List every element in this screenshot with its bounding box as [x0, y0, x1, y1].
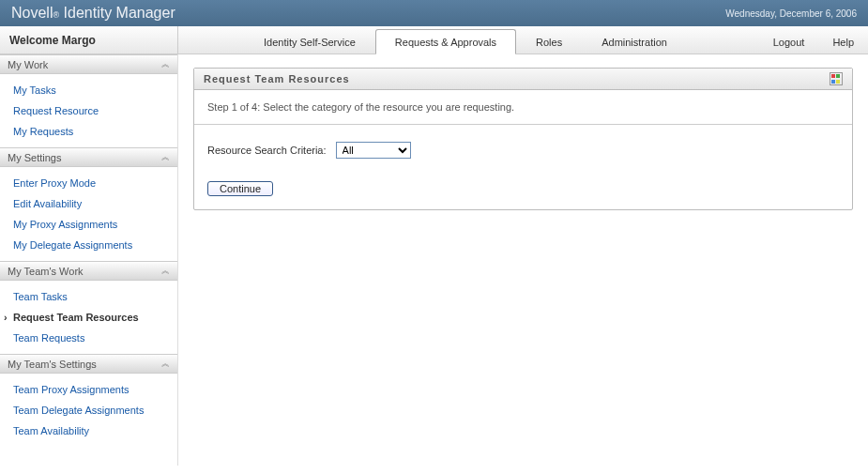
registered-mark: ® — [53, 10, 59, 20]
criteria-label: Resource Search Criteria: — [207, 145, 327, 156]
tab-help[interactable]: Help — [818, 29, 868, 54]
collapse-icon: ︽ — [161, 265, 170, 277]
sidebar-item-my-tasks[interactable]: My Tasks — [0, 80, 177, 100]
sidebar-item-request-team-resources[interactable]: Request Team Resources — [0, 307, 177, 328]
main-area: My Work ︽ My Tasks Request Resource My R… — [0, 54, 868, 466]
sidebar-item-team-delegate-assignments[interactable]: Team Delegate Assignments — [0, 400, 177, 420]
request-panel: Request Team Resources Step 1 of 4: Sele… — [193, 68, 853, 210]
sidebar-item-my-requests[interactable]: My Requests — [0, 121, 177, 142]
collapse-icon: ︽ — [161, 151, 170, 163]
tabs-right-group: Logout Help — [759, 29, 868, 54]
sidebar-item-team-requests[interactable]: Team Requests — [0, 328, 177, 348]
main-tabs: Identity Self-Service Requests & Approva… — [178, 26, 868, 54]
sidebar-item-team-proxy-assignments[interactable]: Team Proxy Assignments — [0, 379, 177, 400]
sidebar-header-label: My Work — [8, 59, 48, 70]
app-title-prefix: Novell — [11, 5, 53, 21]
tab-identity-self-service[interactable]: Identity Self-Service — [244, 29, 375, 54]
sidebar-header-my-settings[interactable]: My Settings ︽ — [0, 147, 177, 167]
sidebar-links-my-work: My Tasks Request Resource My Requests — [0, 74, 177, 147]
sidebar-item-enter-proxy-mode[interactable]: Enter Proxy Mode — [0, 173, 177, 193]
step-description: Step 1 of 4: Select the category of the … — [194, 90, 852, 125]
welcome-text: Welcome Margo — [0, 26, 178, 54]
sidebar-links-my-teams-settings: Team Proxy Assignments Team Delegate Ass… — [0, 374, 177, 447]
sidebar-item-team-availability[interactable]: Team Availability — [0, 420, 177, 441]
tab-requests-approvals[interactable]: Requests & Approvals — [375, 29, 516, 54]
current-date: Wednesday, December 6, 2006 — [725, 8, 857, 19]
sidebar-header-label: My Team's Work — [8, 266, 84, 277]
grid-view-icon[interactable] — [830, 72, 843, 85]
continue-button[interactable]: Continue — [207, 181, 273, 196]
nav-row: Welcome Margo Identity Self-Service Requ… — [0, 26, 868, 54]
sidebar-header-label: My Team's Settings — [8, 359, 97, 370]
sidebar-links-my-settings: Enter Proxy Mode Edit Availability My Pr… — [0, 167, 177, 261]
sidebar: My Work ︽ My Tasks Request Resource My R… — [0, 54, 178, 466]
content-area: Request Team Resources Step 1 of 4: Sele… — [178, 54, 868, 466]
tab-logout[interactable]: Logout — [759, 29, 819, 54]
sidebar-item-request-resource[interactable]: Request Resource — [0, 100, 177, 121]
criteria-select[interactable]: All — [336, 142, 411, 159]
tab-roles[interactable]: Roles — [516, 29, 582, 54]
criteria-row: Resource Search Criteria: All — [207, 142, 839, 159]
sidebar-item-team-tasks[interactable]: Team Tasks — [0, 286, 177, 307]
tab-administration[interactable]: Administration — [582, 29, 687, 54]
panel-title: Request Team Resources — [204, 73, 350, 84]
sidebar-header-label: My Settings — [8, 152, 61, 163]
panel-body: Resource Search Criteria: All Continue — [194, 125, 852, 209]
app-banner: Novell® Identity Manager Wednesday, Dece… — [0, 0, 868, 26]
sidebar-item-my-proxy-assignments[interactable]: My Proxy Assignments — [0, 214, 177, 235]
sidebar-item-my-delegate-assignments[interactable]: My Delegate Assignments — [0, 235, 177, 255]
collapse-icon: ︽ — [161, 58, 170, 70]
app-title-suffix: Identity Manager — [64, 5, 175, 21]
app-title: Novell® Identity Manager — [11, 5, 175, 22]
collapse-icon: ︽ — [161, 358, 170, 370]
panel-header: Request Team Resources — [194, 69, 852, 90]
sidebar-header-my-teams-settings[interactable]: My Team's Settings ︽ — [0, 354, 177, 374]
sidebar-links-my-teams-work: Team Tasks Request Team Resources Team R… — [0, 281, 177, 354]
sidebar-item-edit-availability[interactable]: Edit Availability — [0, 193, 177, 214]
sidebar-header-my-work[interactable]: My Work ︽ — [0, 54, 177, 74]
sidebar-header-my-teams-work[interactable]: My Team's Work ︽ — [0, 261, 177, 281]
